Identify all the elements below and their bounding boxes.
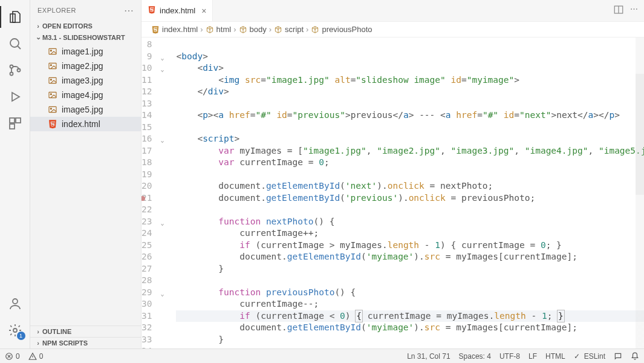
code-line[interactable] <box>176 275 644 287</box>
folder-section[interactable]: ⌄ M3.1 - SLIDESHOWSTART <box>30 31 141 43</box>
html-file-icon <box>47 119 58 129</box>
activity-bar: 1 <box>0 0 30 348</box>
breadcrumb-item[interactable]: html <box>206 25 232 34</box>
code-line[interactable] <box>176 345 644 348</box>
svg-point-1 <box>10 65 13 68</box>
code-line[interactable]: document.getElementById('myimage').src =… <box>176 322 644 334</box>
code-line[interactable]: if (currentImage > myImages.length - 1) … <box>176 240 644 252</box>
code-line[interactable]: currentImage++; <box>176 227 644 240</box>
svg-point-7 <box>13 299 18 304</box>
file-item[interactable]: image2.jpg <box>30 59 141 73</box>
code-editor[interactable]: 89⌄10⌄111213141516⌄17181920212223⌄242526… <box>141 38 644 348</box>
code-line[interactable]: <p><a href="#" id="previous">previous</a… <box>176 110 644 122</box>
sidebar-more-icon[interactable]: ⋯ <box>124 5 134 16</box>
code-line[interactable]: <img src="image1.jpg" alt="slideshow ima… <box>176 74 644 87</box>
run-debug-icon[interactable] <box>0 83 30 110</box>
status-bell-icon[interactable] <box>631 352 639 361</box>
breadcrumb-label: html <box>216 25 232 34</box>
code-line[interactable] <box>176 204 644 216</box>
svg-rect-4 <box>10 118 15 123</box>
status-eol[interactable]: LF <box>529 352 537 361</box>
close-icon[interactable]: × <box>201 6 206 16</box>
code-line[interactable]: document.getElementById('myimage').src =… <box>176 251 644 263</box>
source-control-icon[interactable] <box>0 57 30 83</box>
file-item[interactable]: image5.jpg <box>30 102 141 117</box>
accounts-icon[interactable] <box>0 290 30 317</box>
file-label: image4.jpg <box>62 90 103 100</box>
search-icon[interactable] <box>0 30 30 57</box>
svg-rect-5 <box>16 118 21 123</box>
code-line[interactable]: </div> <box>176 86 644 98</box>
code-line[interactable]: <body> <box>176 51 644 63</box>
breadcrumb-label: index.html <box>162 25 198 34</box>
svg-point-8 <box>13 329 17 332</box>
breadcrumb-label: script <box>285 25 304 34</box>
chevron-right-icon: › <box>306 25 308 34</box>
status-eslint[interactable]: ESLint <box>574 352 605 361</box>
code-line[interactable]: if (currentImage < 0) { currentImage = m… <box>176 310 644 322</box>
code-line[interactable]: <script> <box>176 133 644 145</box>
code-line[interactable] <box>176 169 644 181</box>
status-feedback-icon[interactable] <box>614 352 622 361</box>
image-file-icon <box>47 46 58 57</box>
status-encoding[interactable]: UTF-8 <box>499 352 520 361</box>
image-file-icon <box>47 60 58 71</box>
file-label: image3.jpg <box>62 76 103 85</box>
breadcrumb-item[interactable]: script <box>274 25 304 34</box>
code-line[interactable]: function nextPhoto() { <box>176 216 644 228</box>
symbol-icon <box>311 25 319 34</box>
file-item[interactable]: index.html <box>30 117 141 131</box>
file-item[interactable]: image4.jpg <box>30 88 141 102</box>
code-line[interactable] <box>176 98 644 110</box>
code-line[interactable]: currentImage--; <box>176 298 644 310</box>
svg-point-12 <box>50 65 51 66</box>
breadcrumb-label: body <box>250 25 267 34</box>
code-line[interactable]: var currentImage = 0; <box>176 157 644 169</box>
settings-gear-icon[interactable]: 1 <box>0 317 30 344</box>
code-line[interactable]: } <box>176 334 644 346</box>
explorer-icon[interactable] <box>0 4 30 30</box>
tab-index-html[interactable]: index.html × <box>141 0 213 21</box>
minimap[interactable] <box>636 38 644 348</box>
tab-bar: index.html × ⋯ <box>141 0 644 22</box>
code-line[interactable]: } <box>176 263 644 275</box>
outline-section[interactable]: › OUTLINE <box>30 325 141 337</box>
status-warnings[interactable]: 0 <box>28 352 44 361</box>
sidebar-title: EXPLORER <box>37 7 76 14</box>
code-line[interactable]: function previousPhoto() { <box>176 287 644 299</box>
settings-badge: 1 <box>17 332 25 340</box>
npm-scripts-section[interactable]: › NPM SCRIPTS <box>30 337 141 348</box>
code-line[interactable]: document.getElementById('next').onclick … <box>176 180 644 192</box>
folder-label: M3.1 - SLIDESHOWSTART <box>42 34 125 41</box>
status-errors[interactable]: 0 <box>5 352 20 361</box>
status-cursor-position[interactable]: Ln 31, Col 71 <box>407 352 450 361</box>
breadcrumb-item[interactable]: index.html <box>151 25 198 34</box>
code-line[interactable]: document.getElementById('previous').oncl… <box>176 192 644 204</box>
extensions-icon[interactable] <box>0 110 30 137</box>
status-indentation[interactable]: Spaces: 4 <box>459 352 491 361</box>
tab-label: index.html <box>160 6 195 15</box>
more-actions-icon[interactable]: ⋯ <box>630 4 638 17</box>
html-file-icon <box>151 25 160 34</box>
svg-point-18 <box>50 108 51 110</box>
open-editors-section[interactable]: › OPEN EDITORS <box>30 21 141 31</box>
breadcrumb-label: previousPhoto <box>322 25 372 34</box>
svg-point-14 <box>50 79 51 80</box>
split-editor-icon[interactable] <box>613 4 624 17</box>
chevron-right-icon: › <box>34 328 42 335</box>
code-line[interactable] <box>176 39 644 51</box>
breakpoint-icon[interactable] <box>141 196 145 201</box>
status-language[interactable]: HTML <box>545 352 565 361</box>
svg-rect-15 <box>49 92 56 97</box>
image-file-icon <box>47 90 58 100</box>
code-line[interactable] <box>176 122 644 134</box>
code-line[interactable]: <div> <box>176 62 644 74</box>
image-file-icon <box>47 104 58 115</box>
file-item[interactable]: image3.jpg <box>30 73 141 88</box>
file-item[interactable]: image1.jpg <box>30 44 141 59</box>
breadcrumb-item[interactable]: body <box>239 25 267 34</box>
breadcrumb-item[interactable]: previousPhoto <box>311 25 372 34</box>
code-line[interactable]: var myImages = ["image1.jpg", "image2.jp… <box>176 145 644 157</box>
explorer-sidebar: EXPLORER ⋯ › OPEN EDITORS ⌄ M3.1 - SLIDE… <box>30 0 141 348</box>
chevron-right-icon: › <box>269 25 272 34</box>
